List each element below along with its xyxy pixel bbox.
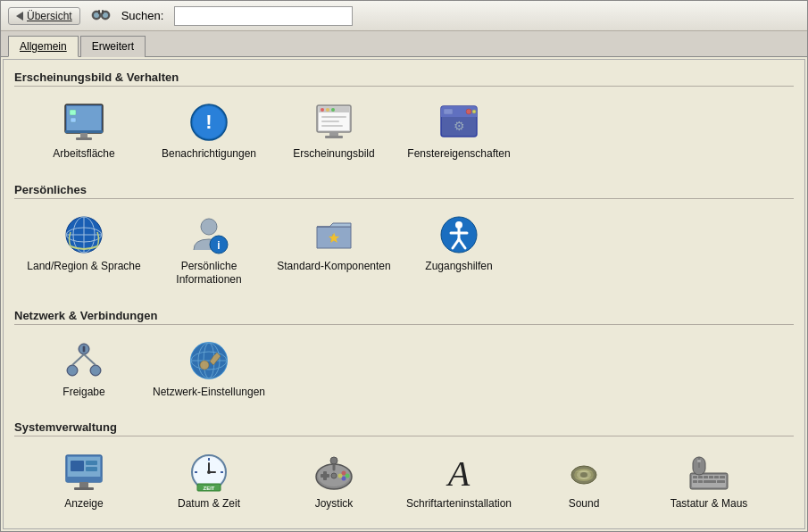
fenstereigenschaften-icon: ⚙ xyxy=(437,101,480,144)
svg-point-21 xyxy=(326,108,329,112)
search-input[interactable] xyxy=(174,6,353,26)
section-title-erscheinungsbild: Erscheinungsbild & Verhalten xyxy=(14,67,794,87)
item-sound[interactable]: Sound xyxy=(521,444,646,519)
sound-label: Sound xyxy=(569,497,600,511)
datum-zeit-icon: ZEIT xyxy=(187,451,230,494)
svg-rect-73 xyxy=(79,482,88,487)
tab-erweitert[interactable]: Erweitert xyxy=(80,36,146,57)
netzwerk-einstellungen-icon xyxy=(187,339,230,382)
netzwerk-einstellungen-label: Netzwerk-Einstellungen xyxy=(153,386,265,400)
svg-text:!: ! xyxy=(205,111,212,133)
item-benachrichtigungen[interactable]: ! Benachrichtigungen xyxy=(146,94,271,169)
zugangshilfen-label: Zugangshilfen xyxy=(425,260,492,274)
tab-allgemein[interactable]: Allgemein xyxy=(8,36,79,57)
erscheinungsbild-icon xyxy=(312,101,355,144)
zugangshilfen-icon xyxy=(437,213,480,256)
svg-rect-75 xyxy=(71,461,84,471)
svg-rect-72 xyxy=(66,477,102,482)
section-title-persoenliches: Persönliches xyxy=(14,179,794,199)
search-label: Suchen: xyxy=(121,9,164,22)
svg-rect-10 xyxy=(80,133,87,137)
persoenliche-info-label: Persönliche Informationen xyxy=(150,260,268,287)
items-grid-erscheinungsbild: Arbeitsfläche ! Benachrichtigungen xyxy=(14,94,794,169)
item-tastatur-maus[interactable]: Tastatur & Maus xyxy=(646,444,771,519)
freigabe-label: Freigabe xyxy=(62,386,104,400)
svg-rect-116 xyxy=(693,480,697,483)
items-grid-netzwerk: Freigabe xyxy=(14,332,794,407)
items-grid-systemverwaltung: Anzeige xyxy=(14,444,794,519)
item-arbeitsflaeche[interactable]: Arbeitsfläche xyxy=(21,94,146,169)
erscheinungsbild-label: Erscheinungsbild xyxy=(293,147,374,162)
item-erscheinungsbild[interactable]: Erscheinungsbild xyxy=(271,94,396,169)
item-standard-komponenten[interactable]: ★ Standard-Komponenten xyxy=(271,206,396,295)
back-arrow-icon xyxy=(16,12,23,21)
item-land-region[interactable]: Land/Region & Sprache xyxy=(21,206,146,295)
item-fenstereigenschaften[interactable]: ⚙ Fenstereigenschaften xyxy=(396,94,521,169)
svg-point-58 xyxy=(91,366,100,375)
svg-rect-9 xyxy=(65,130,103,133)
svg-text:★: ★ xyxy=(328,230,340,245)
section-systemverwaltung: Systemverwaltung xyxy=(14,417,794,519)
items-grid-persoenliches: Land/Region & Sprache i P xyxy=(14,206,794,295)
svg-point-40 xyxy=(201,219,217,235)
svg-rect-119 xyxy=(717,480,725,483)
item-schriftarten[interactable]: A Schriftarteninstallation xyxy=(396,444,521,519)
svg-rect-77 xyxy=(86,467,97,471)
svg-point-99 xyxy=(330,457,337,464)
svg-rect-115 xyxy=(720,476,725,478)
svg-rect-76 xyxy=(86,461,97,465)
svg-point-22 xyxy=(331,108,335,112)
svg-point-95 xyxy=(342,477,346,481)
svg-rect-110 xyxy=(693,476,697,478)
svg-point-86 xyxy=(207,470,211,474)
fenstereigenschaften-label: Fenstereigenschaften xyxy=(407,147,510,162)
svg-rect-111 xyxy=(698,476,703,478)
search-binoculars-icon xyxy=(91,4,111,27)
svg-rect-12 xyxy=(70,110,76,115)
section-erscheinungsbild: Erscheinungsbild & Verhalten xyxy=(14,67,794,169)
land-region-icon xyxy=(62,213,105,256)
svg-rect-5 xyxy=(98,10,100,14)
svg-rect-113 xyxy=(709,476,713,478)
benachrichtigungen-label: Benachrichtigungen xyxy=(162,147,256,162)
tabs-bar: Allgemein Erweitert xyxy=(1,31,807,57)
svg-rect-122 xyxy=(697,460,701,462)
tastatur-maus-icon xyxy=(687,451,730,494)
benachrichtigungen-icon: ! xyxy=(187,101,230,144)
svg-text:⚙: ⚙ xyxy=(454,119,465,133)
svg-point-33 xyxy=(472,110,476,113)
standard-komponenten-icon: ★ xyxy=(312,213,355,256)
item-joystick[interactable]: Joystick xyxy=(271,444,396,519)
item-persoenliche-info[interactable]: i Persönliche Informationen xyxy=(146,206,271,295)
svg-rect-24 xyxy=(321,121,339,122)
svg-text:i: i xyxy=(217,239,220,252)
svg-text:A: A xyxy=(446,453,471,493)
schriftarten-icon: A xyxy=(437,451,480,494)
tastatur-maus-label: Tastatur & Maus xyxy=(671,497,748,511)
svg-rect-112 xyxy=(704,476,708,478)
svg-rect-27 xyxy=(325,136,343,138)
item-datum-zeit[interactable]: ZEIT Datum & Zeit xyxy=(146,444,271,519)
main-window: Übersicht Suchen: Allgemein Erweitert xyxy=(0,0,808,532)
svg-rect-114 xyxy=(714,476,719,478)
schriftarten-label: Schriftarteninstallation xyxy=(406,497,512,511)
svg-point-93 xyxy=(342,471,346,476)
back-button[interactable]: Übersicht xyxy=(8,7,80,25)
svg-rect-118 xyxy=(704,480,716,483)
freigabe-icon xyxy=(62,339,105,382)
svg-rect-74 xyxy=(74,487,94,490)
svg-point-94 xyxy=(346,474,350,478)
item-zugangshilfen[interactable]: Zugangshilfen xyxy=(396,206,521,295)
section-title-netzwerk: Netzwerk & Verbindungen xyxy=(14,305,794,325)
svg-point-96 xyxy=(338,474,343,478)
svg-rect-6 xyxy=(102,10,104,14)
svg-rect-31 xyxy=(444,109,453,114)
svg-point-57 xyxy=(68,366,77,375)
svg-rect-26 xyxy=(329,132,338,136)
item-freigabe[interactable]: Freigabe xyxy=(21,332,146,407)
arbeitsflaeche-icon xyxy=(62,101,105,144)
item-anzeige[interactable]: Anzeige xyxy=(21,444,146,519)
item-netzwerk-einstellungen[interactable]: Netzwerk-Einstellungen xyxy=(146,332,271,407)
svg-rect-11 xyxy=(76,137,92,140)
svg-rect-92 xyxy=(323,471,327,480)
